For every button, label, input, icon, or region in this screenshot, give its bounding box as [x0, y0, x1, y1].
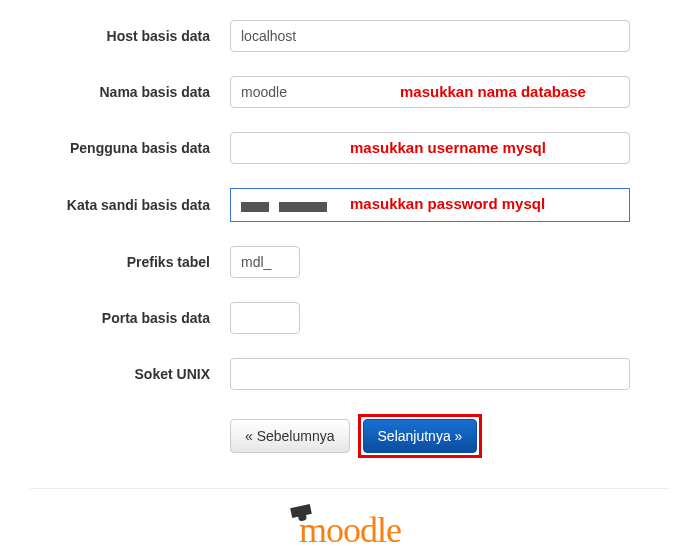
- field-dbsocket-row: Soket UNIX: [30, 358, 670, 390]
- label-dbuser: Pengguna basis data: [30, 140, 230, 156]
- label-dbhost: Host basis data: [30, 28, 230, 44]
- label-dbpass: Kata sandi basis data: [30, 197, 230, 213]
- input-prefix[interactable]: [230, 246, 300, 278]
- field-dbpass-row: Kata sandi basis data masukkan password …: [30, 188, 670, 222]
- label-dbport: Porta basis data: [30, 310, 230, 326]
- next-button[interactable]: Selanjutnya »: [363, 419, 478, 453]
- input-dbpass[interactable]: [230, 188, 630, 222]
- input-dbuser[interactable]: [230, 132, 630, 164]
- footer-logo-container: moodle: [0, 489, 700, 554]
- next-button-highlight: Selanjutnya »: [358, 414, 483, 458]
- password-mask: [241, 197, 333, 213]
- field-dbhost-row: Host basis data: [30, 20, 670, 52]
- input-dbport[interactable]: [230, 302, 300, 334]
- field-dbuser-row: Pengguna basis data masukkan username my…: [30, 132, 670, 164]
- label-dbname: Nama basis data: [30, 84, 230, 100]
- moodle-logo: moodle: [299, 509, 401, 551]
- navigation-buttons: « Sebelumnya Selanjutnya »: [230, 414, 670, 458]
- input-dbname[interactable]: [230, 76, 630, 108]
- logo-text: moodle: [299, 510, 401, 550]
- field-dbname-row: Nama basis data masukkan nama database: [30, 76, 670, 108]
- label-dbsocket: Soket UNIX: [30, 366, 230, 382]
- prev-button[interactable]: « Sebelumnya: [230, 419, 350, 453]
- field-prefix-row: Prefiks tabel: [30, 246, 670, 278]
- input-dbhost[interactable]: [230, 20, 630, 52]
- field-dbport-row: Porta basis data: [30, 302, 670, 334]
- label-prefix: Prefiks tabel: [30, 254, 230, 270]
- input-dbsocket[interactable]: [230, 358, 630, 390]
- db-settings-form: Host basis data Nama basis data masukkan…: [0, 0, 700, 478]
